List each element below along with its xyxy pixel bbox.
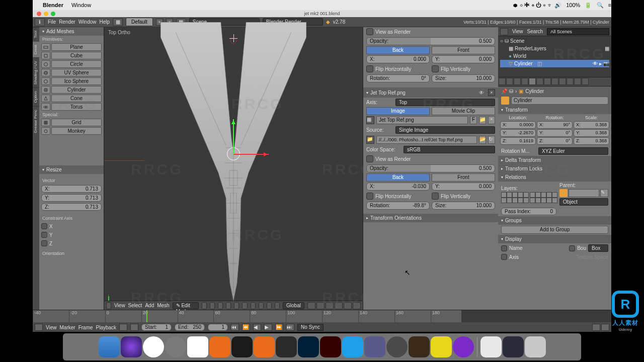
bg1-x-field[interactable]: X:0.000 bbox=[366, 55, 430, 63]
filepath-reload-button[interactable]: ↻ bbox=[488, 136, 495, 144]
tab-data[interactable] bbox=[551, 78, 558, 85]
vp-menu-add[interactable]: Add bbox=[145, 303, 154, 308]
mode-dropdown[interactable]: ✎ Edit Mode bbox=[173, 302, 199, 309]
tab-option[interactable]: Option bbox=[33, 87, 39, 106]
bg1-y-field[interactable]: Y:0.000 bbox=[432, 55, 495, 63]
add-monkey-button[interactable]: Monkey bbox=[51, 127, 102, 135]
dock-appstore[interactable] bbox=[342, 336, 363, 357]
rot-z-field[interactable]: Z:0° bbox=[537, 137, 573, 145]
bg2-size-field[interactable]: Size:10.000 bbox=[432, 202, 495, 210]
editor-type-icon[interactable] bbox=[106, 302, 111, 309]
outliner-view-menu[interactable]: View bbox=[512, 29, 523, 34]
outliner-editor-icon[interactable] bbox=[500, 28, 508, 35]
dock-launchpad[interactable] bbox=[165, 336, 186, 357]
add-uvsphere-button[interactable]: UV Sphere bbox=[51, 69, 102, 76]
outliner-world-row[interactable]: ●World bbox=[500, 52, 609, 60]
pivot-icon[interactable] bbox=[210, 302, 215, 309]
timeline-cursor[interactable] bbox=[146, 310, 147, 322]
screen-layout[interactable]: Default bbox=[126, 18, 153, 26]
flip-h-checkbox-1[interactable] bbox=[366, 65, 373, 72]
autokey-icon[interactable] bbox=[119, 324, 127, 331]
flip-v-checkbox-1[interactable] bbox=[432, 65, 439, 72]
menu-help[interactable]: Help bbox=[100, 19, 110, 25]
bg1-size-field[interactable]: Size:10.000 bbox=[432, 74, 495, 82]
dock-safari[interactable] bbox=[187, 336, 208, 357]
front-button-1[interactable]: Front bbox=[432, 46, 495, 54]
snap-target-icon[interactable] bbox=[335, 302, 343, 309]
layout-browse-icon[interactable]: ▦ bbox=[113, 18, 123, 26]
outliner-search-menu[interactable]: Search bbox=[527, 29, 543, 34]
dock-illustrator[interactable] bbox=[320, 336, 341, 357]
tab-particles[interactable] bbox=[574, 78, 581, 85]
delta-transform-header[interactable]: Delta Transform bbox=[498, 156, 611, 164]
tab-constraints[interactable] bbox=[536, 78, 543, 85]
loc-z-field[interactable]: Z:0.1619 bbox=[500, 137, 536, 145]
add-plane-button[interactable]: Plane bbox=[51, 43, 102, 51]
menu-window[interactable]: Window bbox=[78, 19, 97, 25]
constraint-z-checkbox[interactable] bbox=[41, 240, 47, 246]
jump-prev-icon[interactable]: ⏪ bbox=[242, 324, 250, 331]
dock-app1[interactable] bbox=[276, 336, 297, 357]
fake-user-button[interactable]: F bbox=[470, 116, 477, 124]
start-frame-field[interactable]: Start:1 bbox=[141, 324, 172, 331]
transform-orientations-header[interactable]: ▸Transform Orientations bbox=[363, 214, 498, 222]
remove-bgimg-button[interactable]: × bbox=[488, 89, 495, 96]
vert-select-icon[interactable] bbox=[218, 302, 223, 309]
render-preview-icon[interactable] bbox=[344, 302, 352, 309]
end-frame-field[interactable]: End:250 bbox=[175, 324, 205, 331]
rot-y-field[interactable]: Y:0° bbox=[537, 129, 573, 137]
movie-tab-button[interactable]: Movie Clip bbox=[432, 107, 495, 115]
add-grid-button[interactable]: Grid bbox=[51, 119, 102, 126]
dock-siri[interactable] bbox=[121, 336, 142, 357]
jump-start-icon[interactable]: ⏮ bbox=[231, 324, 239, 331]
add-cube-button[interactable]: Cube bbox=[51, 52, 102, 59]
tab-render[interactable] bbox=[499, 78, 506, 85]
vp-menu-mesh[interactable]: Mesh bbox=[157, 303, 169, 308]
image-tab-button[interactable]: Image bbox=[366, 107, 430, 115]
transform-locks-header[interactable]: Transform Locks bbox=[498, 164, 611, 173]
view-as-render-checkbox-2[interactable] bbox=[366, 155, 373, 162]
dock-unity[interactable] bbox=[231, 336, 253, 357]
lock-camera-icon[interactable] bbox=[316, 302, 325, 309]
manipulator-toggle-icon[interactable] bbox=[251, 302, 256, 309]
dock-minimized-3[interactable] bbox=[525, 336, 546, 357]
keyingset-icon[interactable] bbox=[130, 324, 138, 331]
dock-vlc[interactable] bbox=[209, 336, 230, 357]
timeline-ruler[interactable]: -40 -20 0 20 40 60 80 100 120 140 160 18… bbox=[33, 310, 611, 322]
editor-type-icon[interactable]: ℹ bbox=[35, 18, 45, 26]
unlink-image-button[interactable]: × bbox=[488, 116, 495, 124]
bg2-rotation-field[interactable]: Rotation:-89.8° bbox=[366, 202, 430, 210]
layers-grid-1[interactable] bbox=[501, 192, 529, 203]
layers-grid-2[interactable] bbox=[530, 192, 557, 203]
outliner-cylinder-row[interactable]: ▽Cylinder◫👁 ▸ 📷 bbox=[500, 60, 609, 67]
tab-world[interactable] bbox=[521, 78, 528, 85]
tab-shading-uv[interactable]: Shading / UV bbox=[33, 57, 39, 87]
display-axis-checkbox[interactable] bbox=[501, 254, 507, 260]
groups-header[interactable]: Groups bbox=[498, 216, 611, 225]
play-reverse-icon[interactable]: ◀ bbox=[253, 324, 261, 331]
bg2-y-field[interactable]: Y:0.000 bbox=[432, 183, 495, 191]
add-cone-button[interactable]: Cone bbox=[51, 95, 102, 102]
loc-y-field[interactable]: Y:-2.2670 bbox=[500, 129, 536, 137]
dock-blender[interactable] bbox=[254, 336, 275, 357]
view-as-render-checkbox[interactable] bbox=[366, 28, 373, 35]
current-frame-field[interactable]: 1 bbox=[208, 324, 228, 331]
resize-y-field[interactable]: Y:0.713 bbox=[41, 194, 102, 202]
resize-header[interactable]: Resize bbox=[39, 165, 104, 174]
scale-y-field[interactable]: Y:0.368 bbox=[574, 129, 609, 137]
transform-panel-header[interactable]: Transform bbox=[498, 106, 611, 114]
bgimg2-header[interactable]: ▾ Jet Top Ref.png 👁 × bbox=[363, 87, 498, 98]
tab-texture[interactable] bbox=[567, 78, 574, 85]
flip-h-checkbox-2[interactable] bbox=[366, 193, 373, 200]
tab-create[interactable]: Creat bbox=[33, 41, 39, 58]
resize-x-field[interactable]: X:0.713 bbox=[41, 185, 102, 193]
outliner-filter-dropdown[interactable]: All Scenes bbox=[547, 28, 609, 35]
tab-object[interactable] bbox=[529, 78, 536, 85]
object-datablock-icon[interactable] bbox=[501, 97, 509, 105]
edge-select-icon[interactable] bbox=[226, 302, 231, 309]
app-name[interactable]: Blender bbox=[43, 2, 63, 8]
bounds-type-dropdown[interactable]: Box bbox=[588, 244, 608, 252]
vp-menu-view[interactable]: View bbox=[114, 303, 125, 308]
dock-photoshop[interactable] bbox=[298, 336, 319, 357]
dock-chrome[interactable] bbox=[143, 336, 164, 357]
